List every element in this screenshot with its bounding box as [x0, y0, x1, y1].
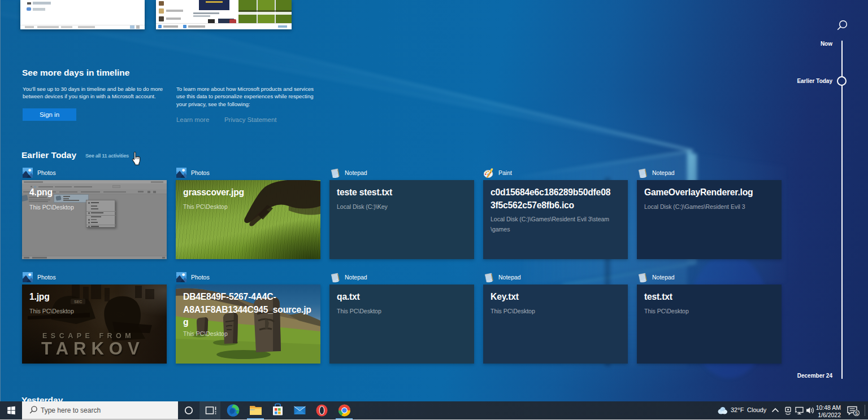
- svg-text:5: 5: [855, 410, 858, 416]
